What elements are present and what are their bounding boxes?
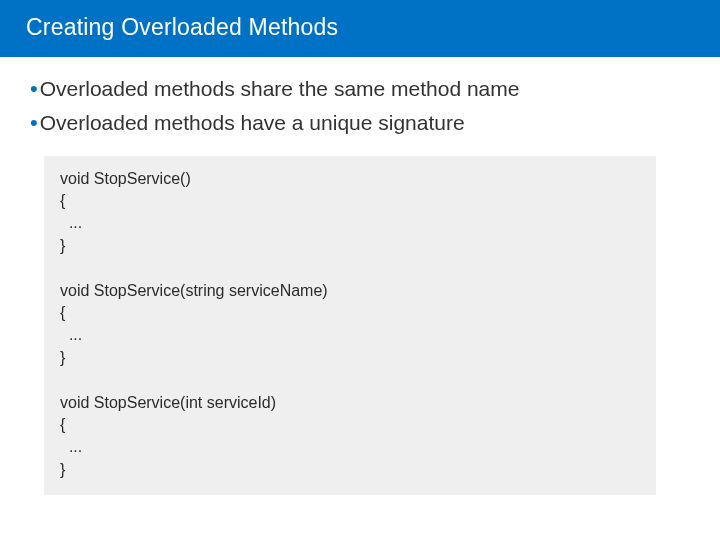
bullet-icon: • [30,78,38,100]
bullet-text: Overloaded methods have a unique signatu… [40,109,465,137]
bullet-list: • Overloaded methods share the same meth… [30,75,690,138]
list-item: • Overloaded methods share the same meth… [30,75,690,103]
code-block: void StopService() { ... } void StopServ… [44,156,656,495]
list-item: • Overloaded methods have a unique signa… [30,109,690,137]
slide-title: Creating Overloaded Methods [26,14,338,40]
slide-content: • Overloaded methods share the same meth… [0,57,720,495]
bullet-text: Overloaded methods share the same method… [40,75,520,103]
bullet-icon: • [30,112,38,134]
slide-header: Creating Overloaded Methods [0,0,720,57]
